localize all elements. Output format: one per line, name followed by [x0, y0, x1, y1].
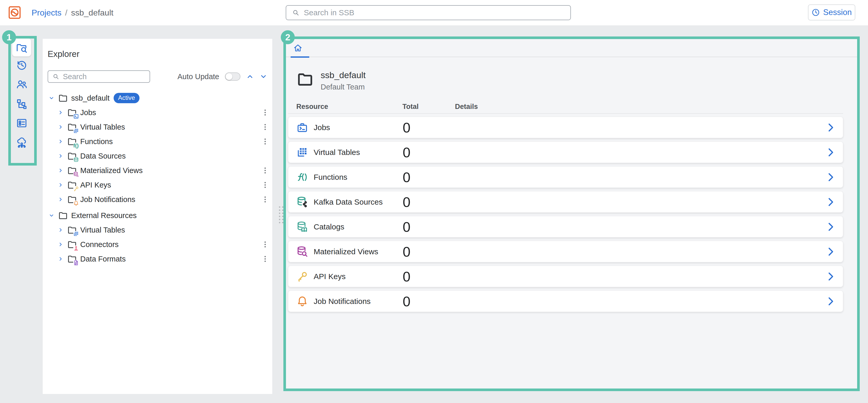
tree-item[interactable]: Data Formats	[43, 252, 272, 266]
tree-item-label: Materialized Views	[80, 166, 143, 175]
folder-icon	[67, 195, 77, 204]
rail-forms-icon[interactable]	[16, 117, 28, 129]
resource-total: 0	[403, 293, 410, 309]
folder-icon	[67, 180, 77, 190]
resource-row[interactable]: Job Notifications 0	[288, 291, 843, 312]
annotation-badge-2: 2	[281, 30, 295, 44]
resource-row[interactable]: API Keys 0	[288, 266, 843, 287]
kebab-menu-icon[interactable]	[265, 181, 266, 189]
bell-icon	[296, 295, 308, 307]
dbmag-icon	[296, 246, 308, 258]
status-badge: Active	[114, 93, 139, 103]
resource-row[interactable]: Catalogs 0	[288, 216, 843, 237]
tree-item-label: Connectors	[80, 240, 119, 249]
resource-label: Job Notifications	[314, 297, 371, 306]
tree-item-label: ssb_default	[71, 94, 110, 102]
rail-lineage-icon[interactable]	[16, 98, 28, 110]
expand-down-icon[interactable]	[259, 73, 267, 80]
chevron-right-icon[interactable]	[58, 138, 64, 144]
chevron-right-icon[interactable]	[825, 246, 836, 257]
tree-item[interactable]: ssb_default Active	[43, 91, 272, 105]
kafka-icon	[296, 196, 308, 208]
terminal-icon	[73, 113, 79, 119]
tree-item-label: Jobs	[80, 108, 96, 117]
kebab-menu-icon[interactable]	[265, 167, 266, 175]
rail-explorer-icon[interactable]	[16, 42, 28, 54]
column-header-details: Details	[455, 103, 478, 111]
chevron-right-icon[interactable]	[825, 172, 836, 182]
kebab-menu-icon[interactable]	[265, 109, 266, 116]
tree-item[interactable]: Materialized Views	[43, 163, 272, 178]
tree-item[interactable]: API Keys	[43, 178, 272, 192]
chevron-right-icon[interactable]	[58, 196, 64, 203]
global-search-input[interactable]: Search in SSB	[286, 5, 571, 20]
chevron-down-icon[interactable]	[49, 212, 55, 219]
vtable-icon	[296, 146, 308, 158]
plug-icon	[73, 245, 79, 251]
chevron-down-icon[interactable]	[49, 95, 55, 101]
chevron-right-icon[interactable]	[825, 296, 836, 307]
chevron-right-icon[interactable]	[58, 167, 64, 174]
explorer-title: Explorer	[48, 49, 80, 59]
resource-row[interactable]: Functions 0	[288, 166, 843, 188]
collapse-up-icon[interactable]	[246, 73, 254, 80]
search-icon	[292, 9, 300, 16]
kebab-menu-icon[interactable]	[265, 255, 266, 263]
chevron-right-icon[interactable]	[825, 147, 836, 158]
breadcrumb: Projects / ssb_default	[32, 0, 113, 25]
explorer-search-input[interactable]: Search	[48, 70, 150, 83]
rail-history-icon[interactable]	[16, 59, 28, 71]
search-icon	[52, 73, 60, 80]
tree-item[interactable]: External Resources	[43, 208, 272, 223]
app-logo-icon[interactable]	[8, 6, 22, 20]
chevron-right-icon[interactable]	[58, 227, 64, 233]
resource-label: Kafka Data Sources	[314, 198, 383, 206]
tree-item[interactable]: Virtual Tables	[43, 120, 272, 134]
tree-item-label: Functions	[80, 137, 113, 146]
chevron-right-icon[interactable]	[825, 197, 836, 207]
kebab-menu-icon[interactable]	[265, 196, 266, 204]
chevron-right-icon[interactable]	[58, 109, 64, 115]
folder-icon	[67, 240, 77, 249]
tree-item[interactable]: f() Functions	[43, 134, 272, 149]
rail-users-icon[interactable]	[16, 78, 28, 90]
tree-item-label: External Resources	[71, 211, 137, 220]
project-name: ssb_default	[321, 70, 366, 80]
chevron-right-icon[interactable]	[825, 122, 836, 133]
resource-row[interactable]: Kafka Data Sources 0	[288, 191, 843, 213]
tree-item-label: Data Formats	[80, 255, 126, 263]
resource-total: 0	[403, 244, 410, 260]
chevron-right-icon[interactable]	[58, 153, 64, 159]
rail-cloud-network-icon[interactable]	[16, 137, 28, 148]
breadcrumb-current: ssb_default	[71, 8, 113, 18]
breadcrumb-projects-link[interactable]: Projects	[32, 8, 62, 18]
resource-row[interactable]: Materialized Views 0	[288, 241, 843, 262]
resource-total: 0	[403, 169, 410, 185]
resource-total: 0	[403, 120, 410, 136]
chevron-right-icon[interactable]	[58, 256, 64, 262]
resource-row[interactable]: Virtual Tables 0	[288, 141, 843, 163]
project-folder-icon	[297, 71, 313, 88]
auto-update-label: Auto Update	[178, 72, 219, 81]
chevron-right-icon[interactable]	[58, 241, 64, 247]
tree-item[interactable]: Data Sources	[43, 149, 272, 163]
home-icon	[293, 43, 303, 53]
resource-label: Virtual Tables	[314, 148, 360, 157]
kebab-menu-icon[interactable]	[265, 241, 266, 248]
chevron-right-icon[interactable]	[58, 124, 64, 130]
tree-item[interactable]: Jobs	[43, 105, 272, 120]
kebab-menu-icon[interactable]	[265, 123, 266, 131]
db-icon	[73, 157, 79, 163]
session-button[interactable]: Session	[808, 4, 855, 21]
chevron-right-icon[interactable]	[825, 222, 836, 232]
resource-row[interactable]: Jobs 0	[288, 116, 843, 138]
panel-resize-handle[interactable]	[279, 206, 283, 223]
tree-item[interactable]: Job Notifications	[43, 192, 272, 207]
auto-update-toggle[interactable]	[225, 72, 241, 81]
dbmag-icon	[73, 171, 79, 177]
tree-item[interactable]: Connectors	[43, 237, 272, 252]
chevron-right-icon[interactable]	[825, 271, 836, 282]
kebab-menu-icon[interactable]	[265, 138, 266, 146]
tree-item[interactable]: Virtual Tables	[43, 223, 272, 237]
chevron-right-icon[interactable]	[58, 182, 64, 188]
